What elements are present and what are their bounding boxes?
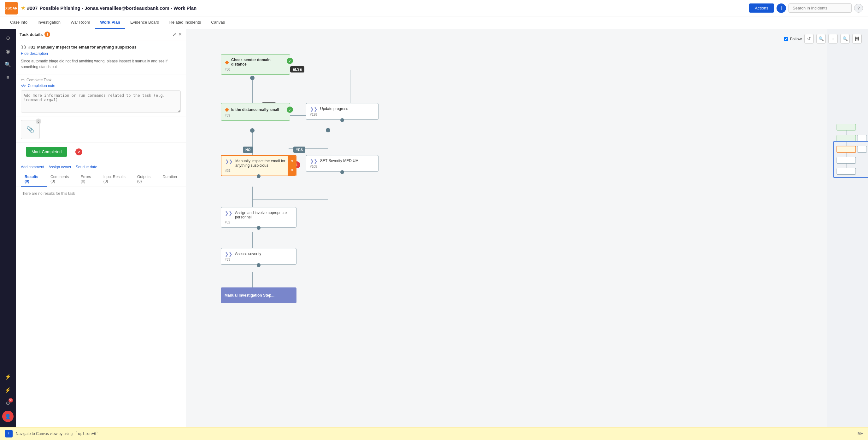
junction-dot-3 [326,128,330,132]
tab-outputs[interactable]: Outputs (0) [133,172,159,187]
bottombar-icon: ! [5,430,12,438]
tab-related-incidents[interactable]: Related Incidents [164,16,206,29]
attachment-button[interactable]: 📎 0 [21,120,40,139]
task-description: Since automatic triage did not find anyt… [21,58,181,70]
result-tabs: Results (0) Comments (0) Errors (0) Inpu… [16,172,186,187]
node-manually-inspect[interactable]: ❯❯ Manually inspect the email for anythi… [221,155,297,176]
node-is-distance-number: #89 [225,114,286,117]
fit-button[interactable]: ↔ [828,34,838,43]
attachment-count: 0 [36,119,41,124]
assign-owner-link[interactable]: Assign owner [49,165,71,169]
svg-rect-19 [857,135,867,141]
follow-checkbox-input[interactable] [784,37,788,41]
flowchart[interactable]: ◆ Check sender domain distance #30 ✓ ELS… [192,29,824,427]
sidebar-icon-user[interactable]: 👤 [2,411,13,422]
node-set-severity-label: SET Severity MEDIUM [320,159,359,163]
connector-dot-3 [257,226,260,230]
tab-duration[interactable]: Duration [159,172,181,187]
canvas-toolbar: Follow ↺ 🔍 ↔ 🔍 🖼 [784,34,862,43]
node-manually-inspect-number: #31 [225,169,286,172]
node-assess-severity[interactable]: ❯❯ Assess severity #33 [221,248,297,265]
orange-icon-2: ⚙ [290,168,293,172]
attachment-section: 📎 0 [16,117,186,142]
warning-icon: ! [44,32,50,37]
result-content: There are no results for this task [16,187,186,427]
tab-comments[interactable]: Comments (0) [47,172,77,187]
svg-rect-15 [837,135,856,141]
sidebar-icon-lightning[interactable]: ⚡ [2,371,13,382]
bottombar: ! Navigate to Canvas view by using `opti… [0,427,868,440]
else-label-1: ELSE [290,67,304,72]
mini-map [827,29,868,427]
close-icon[interactable]: ✕ [178,32,182,37]
set-due-date-link[interactable]: Set due date [76,165,97,169]
sidebar-icon-badge[interactable]: ⚙ 34 [2,398,13,409]
node-is-distance-header: ◆ Is the distance really small [225,106,286,112]
tab-war-room[interactable]: War Room [66,16,95,29]
node-update-progress-label: Update progress [320,106,348,111]
topbar-actions: Actions i ? [749,3,863,13]
follow-checkbox[interactable]: Follow [784,37,802,41]
main-layout: ⊙ ◉ 🔍 ≡ ⚡ ⚡ ⚙ 34 👤 Task details ! ⤢ ✕ [0,29,868,427]
node-update-progress[interactable]: ❯❯ Update progress #128 [306,103,378,120]
sidebar-icon-filter[interactable]: ≡ [2,72,13,83]
complete-task-row[interactable]: ▭ Complete Task [21,77,181,82]
help-button[interactable]: ? [854,4,863,12]
node-assign-involve-number: #32 [225,221,292,224]
tab-case-info[interactable]: Case info [5,16,32,29]
search-input[interactable] [788,3,851,12]
node-check-sender-label: Check sender domain distance [231,58,286,67]
connector-dot-4 [257,263,260,267]
refresh-button[interactable]: ↺ [804,34,814,43]
node-manual-investigation-step[interactable]: Manual Investigation Step... [221,287,297,303]
image-button[interactable]: 🖼 [852,34,862,43]
connector-dot-1 [340,118,344,122]
task-icon-active: ❯❯ [225,159,233,164]
node-set-severity[interactable]: ❯❯ SET Severity MEDIUM #105 [306,155,378,172]
tab-investigation[interactable]: Investigation [32,16,66,29]
task-icon-1: ❯❯ [310,106,318,111]
mark-completed-button[interactable]: Mark Completed [26,147,67,157]
diamond-icon-2: ◆ [225,106,229,112]
svg-rect-17 [837,157,856,164]
task-panel-header: Task details ! ⤢ ✕ [16,29,186,40]
tab-errors[interactable]: Errors (0) [77,172,100,187]
tab-input-results[interactable]: Input Results (0) [100,172,133,187]
node-is-distance[interactable]: ◆ Is the distance really small #89 ✓ [221,103,290,121]
svg-rect-14 [837,124,856,131]
tab-canvas[interactable]: Canvas [206,16,230,29]
node-manually-inspect-label: Manually inspect the email for anything … [235,159,286,168]
sidebar-icon-home[interactable]: ⊙ [2,32,13,43]
sidebar-icon-circle[interactable]: ◉ [2,45,13,57]
node-assign-involve[interactable]: ❯❯ Assign and involve appropriate person… [221,207,297,228]
task-body: #31 Manually inspect the email for anyth… [16,40,186,74]
completion-textarea[interactable] [21,91,181,112]
tab-evidence-board[interactable]: Evidence Board [125,16,164,29]
star-icon[interactable]: ★ [21,5,25,11]
sidebar-icon-search[interactable]: 🔍 [2,59,13,70]
no-label: NO [243,147,253,152]
sidebar-icon-lightning2[interactable]: ⚡ [2,384,13,396]
connector-dot-2 [340,170,344,174]
mark-completed-container: Mark Completed 2 [16,142,186,162]
task-panel-controls: ⤢ ✕ [173,32,182,37]
tab-results[interactable]: Results (0) [21,172,47,187]
node-check-sender[interactable]: ◆ Check sender domain distance #30 ✓ [221,54,290,75]
svg-rect-20 [857,146,867,153]
completion-note-row[interactable]: </> Completion note [21,83,181,88]
zoom-out-button[interactable]: 🔍 [840,34,850,43]
yes-badge: YES [293,146,305,153]
node-manually-inspect-header: ❯❯ Manually inspect the email for anythi… [225,159,286,168]
tab-work-plan[interactable]: Work Plan [95,16,125,29]
bottombar-shortcut: `option+6` [76,432,98,436]
actions-button[interactable]: Actions [749,3,774,12]
add-comment-link[interactable]: Add comment [21,165,44,169]
complete-task-section: ▭ Complete Task </> Completion note [16,74,186,117]
expand-icon[interactable]: ⤢ [173,32,176,37]
bottombar-text: Navigate to Canvas view by using [16,432,72,436]
hide-description-link[interactable]: Hide description [21,52,181,56]
badge-count: 34 [8,398,13,403]
canvas-area: Follow ↺ 🔍 ↔ 🔍 🖼 [186,29,868,427]
zoom-in-button[interactable]: 🔍 [816,34,826,43]
info-button[interactable]: i [777,3,786,13]
